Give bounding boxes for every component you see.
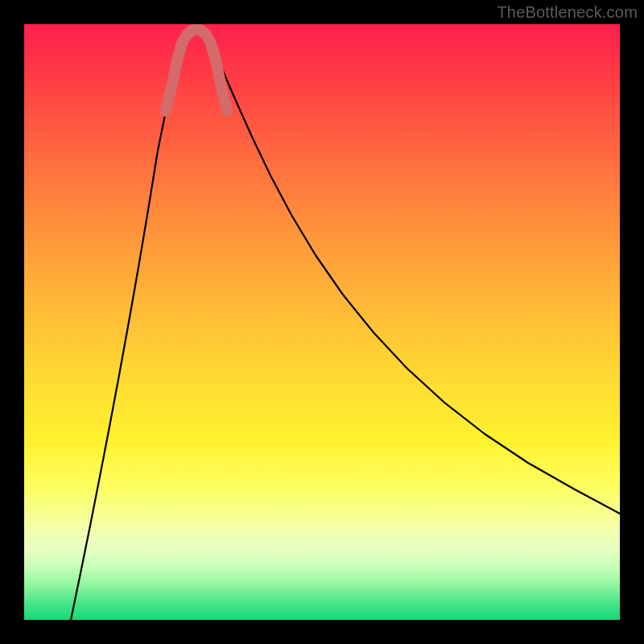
- chart-svg: [24, 24, 620, 620]
- curve-right-branch: [209, 40, 620, 514]
- plot-area: [24, 24, 620, 620]
- watermark-text: TheBottleneck.com: [497, 3, 638, 22]
- chart-frame: TheBottleneck.com: [0, 0, 644, 644]
- curve-left-branch: [71, 40, 184, 620]
- curve-valley-highlight: [166, 29, 227, 111]
